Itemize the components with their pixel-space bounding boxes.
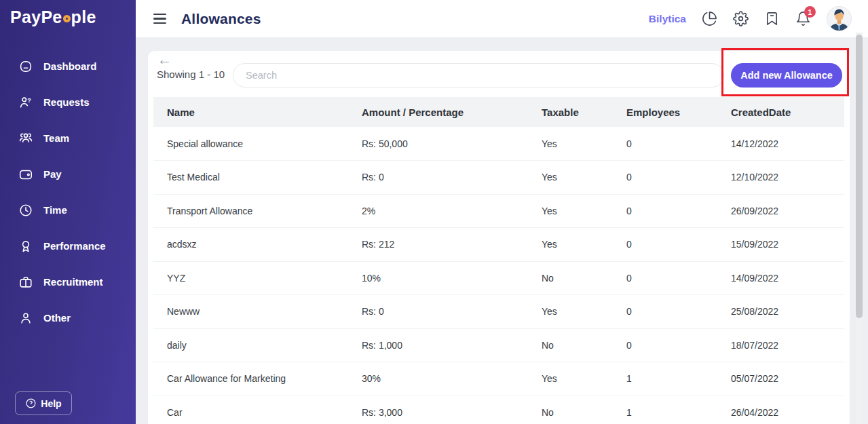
sidebar-item-label: Performance — [43, 240, 106, 252]
cell-taxable: Yes — [528, 362, 613, 396]
cell-employees: 0 — [613, 328, 717, 362]
sidebar-item-dashboard[interactable]: Dashboard — [0, 48, 136, 84]
svg-text:?: ? — [27, 96, 31, 103]
table-row[interactable]: Car Allowance for Marketing 30% Yes 1 05… — [153, 362, 844, 396]
cell-employees: 0 — [613, 228, 717, 262]
cell-amount: Rs: 1,000 — [348, 328, 528, 362]
sidebar-item-label: Requests — [43, 96, 90, 108]
cell-createddate: 26/04/2022 — [717, 396, 844, 424]
app-logo[interactable]: PayPeple — [0, 0, 136, 27]
cell-name: Special allowance — [153, 127, 348, 161]
sidebar-item-label: Time — [43, 204, 67, 216]
team-icon — [18, 131, 33, 146]
cell-name: Car Allowance for Marketing — [153, 362, 348, 396]
cell-taxable: Yes — [528, 295, 613, 329]
content-card: ← Showing 1 - 10 Add new Allowance Name … — [148, 51, 850, 424]
help-button[interactable]: Help — [15, 391, 72, 415]
showing-range-text: Showing 1 - 10 — [157, 69, 225, 80]
user-avatar[interactable] — [827, 6, 852, 31]
sidebar-item-time[interactable]: Time — [0, 192, 136, 228]
cell-employees: 1 — [613, 396, 717, 424]
requests-icon: ? — [18, 95, 33, 110]
other-icon — [18, 311, 33, 326]
sidebar: PayPeple Dashboard ? Requests Team Pay T… — [0, 0, 136, 424]
cell-amount: 2% — [348, 194, 528, 228]
cell-taxable: Yes — [528, 228, 613, 262]
cell-taxable: Yes — [528, 194, 613, 228]
dashboard-icon — [18, 59, 33, 74]
sidebar-item-label: Other — [43, 312, 71, 324]
bookmark-icon[interactable] — [764, 11, 780, 26]
cell-createddate: 12/10/2022 — [717, 161, 844, 195]
sidebar-item-recruitment[interactable]: Recruitment — [0, 264, 136, 300]
logo-text-2: ple — [71, 7, 96, 27]
logo-text-1: PayPe — [10, 7, 62, 27]
time-icon — [18, 203, 33, 218]
settings-gear-icon[interactable] — [733, 11, 749, 26]
table-row[interactable]: Car Rs: 3,000 No 1 26/04/2022 — [153, 396, 844, 424]
cell-name: acdsxz — [153, 228, 348, 262]
table-row[interactable]: Newww Rs: 0 Yes 0 25/08/2022 — [153, 295, 844, 329]
column-header-employees: Employees — [613, 97, 717, 127]
help-icon — [25, 398, 37, 409]
table-row[interactable]: YYZ 10% No 0 14/09/2022 — [153, 261, 844, 295]
cell-taxable: No — [528, 396, 613, 424]
sidebar-item-other[interactable]: Other — [0, 300, 136, 336]
cell-name: daily — [153, 328, 348, 362]
sidebar-item-label: Recruitment — [43, 276, 103, 288]
cell-createddate: 15/09/2022 — [717, 228, 844, 262]
cell-name: Car — [153, 396, 348, 424]
cell-name: Transport Allowance — [153, 194, 348, 228]
cell-createddate: 18/07/2022 — [717, 328, 844, 362]
pie-chart-icon[interactable] — [702, 11, 717, 26]
table-header-row: Name Amount / Percentage Taxable Employe… — [153, 97, 844, 127]
column-header-createddate: CreatedDate — [717, 97, 844, 127]
add-new-allowance-button[interactable]: Add new Allowance — [731, 63, 842, 88]
cell-employees: 0 — [613, 194, 717, 228]
cell-employees: 1 — [613, 362, 717, 396]
allowances-table: Name Amount / Percentage Taxable Employe… — [153, 97, 844, 424]
cell-taxable: Yes — [528, 161, 613, 195]
sidebar-item-label: Dashboard — [43, 60, 96, 72]
table-row[interactable]: acdsxz Rs: 212 Yes 0 15/09/2022 — [153, 228, 844, 262]
cell-amount: Rs: 0 — [348, 161, 528, 195]
back-arrow-icon[interactable]: ← — [157, 52, 172, 66]
sidebar-item-label: Pay — [43, 168, 62, 180]
sidebar-item-label: Team — [43, 132, 69, 144]
top-bar: Allowances Bilytica 1 — [136, 0, 868, 37]
table-row[interactable]: daily Rs: 1,000 No 0 18/07/2022 — [153, 328, 844, 362]
sidebar-item-team[interactable]: Team — [0, 120, 136, 156]
cell-employees: 0 — [613, 295, 717, 329]
cell-createddate: 25/08/2022 — [717, 295, 844, 329]
search-input[interactable] — [233, 63, 724, 88]
cell-taxable: Yes — [528, 127, 613, 161]
cell-employees: 0 — [613, 127, 717, 161]
column-header-amount: Amount / Percentage — [348, 97, 528, 127]
cell-name: Test Medical — [153, 161, 348, 195]
sidebar-item-performance[interactable]: Performance — [0, 228, 136, 264]
cell-taxable: No — [528, 261, 613, 295]
topbar-actions: Bilytica 1 — [649, 6, 852, 31]
scrollbar-thumb[interactable] — [856, 35, 863, 318]
cell-taxable: No — [528, 328, 613, 362]
table-row[interactable]: Test Medical Rs: 0 Yes 0 12/10/2022 — [153, 161, 844, 195]
cell-amount: Rs: 3,000 — [348, 396, 528, 424]
performance-icon — [18, 239, 33, 254]
table-row[interactable]: Transport Allowance 2% Yes 0 26/09/2022 — [153, 194, 844, 228]
cell-name: YYZ — [153, 261, 348, 295]
sidebar-item-pay[interactable]: Pay — [0, 156, 136, 192]
allowances-table-wrap: Name Amount / Percentage Taxable Employe… — [153, 97, 844, 424]
cell-createddate: 26/09/2022 — [717, 194, 844, 228]
cell-createddate: 14/12/2022 — [717, 127, 844, 161]
cell-amount: 10% — [348, 261, 528, 295]
table-row[interactable]: Special allowance Rs: 50,000 Yes 0 14/12… — [153, 127, 844, 161]
column-header-taxable: Taxable — [528, 97, 613, 127]
help-label: Help — [41, 398, 61, 409]
sidebar-item-requests[interactable]: ? Requests — [0, 84, 136, 120]
notifications-bell-icon[interactable]: 1 — [795, 11, 811, 26]
table-body: Special allowance Rs: 50,000 Yes 0 14/12… — [153, 127, 844, 424]
cell-amount: Rs: 0 — [348, 295, 528, 329]
menu-toggle-icon[interactable] — [153, 14, 166, 24]
workspace-link[interactable]: Bilytica — [649, 13, 686, 25]
vertical-scrollbar[interactable] — [856, 33, 863, 424]
